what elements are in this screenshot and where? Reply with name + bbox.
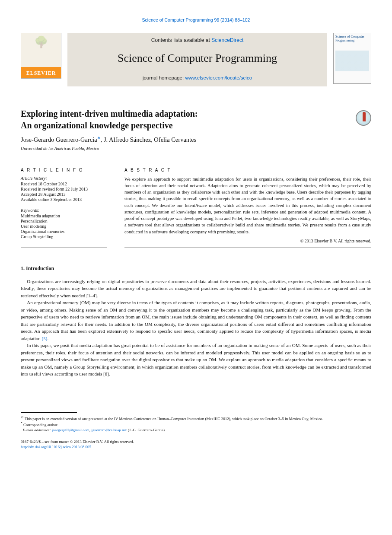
- contents-available-line: Contents lists available at ScienceDirec…: [67, 37, 327, 43]
- intro-para-1: Organizations are increasingly relying o…: [21, 278, 371, 299]
- elsevier-logo[interactable]: 🌳 ELSEVIER: [21, 33, 61, 79]
- cover-thumb-title: Science of Computer Programming: [335, 35, 369, 43]
- homepage-prefix: journal homepage:: [143, 75, 185, 80]
- article-info-heading: A R T I C L E I N F O: [21, 168, 107, 172]
- keyword-5: Group Storytelling: [21, 234, 107, 239]
- history-accepted: Accepted 28 August 2013: [21, 192, 107, 197]
- abstract-heading: A B S T R A C T: [124, 168, 371, 172]
- author-corresponding: Jose-Gerardo Guerrero-Garcia: [21, 136, 97, 143]
- keyword-3: User modeling: [21, 224, 107, 229]
- footnote-star-text: This paper is an extended version of one…: [25, 417, 323, 421]
- cover-thumb-art: [335, 51, 369, 71]
- sciencedirect-link[interactable]: ScienceDirect: [211, 37, 243, 43]
- author-others: , J. Alfredo Sánchez, Ofelia Cervantes: [101, 136, 196, 143]
- ref-5-link[interactable]: [5]: [42, 336, 48, 341]
- journal-cover-thumb[interactable]: Science of Computer Programming: [333, 33, 371, 84]
- keyword-4: Organizational memories: [21, 229, 107, 234]
- history-revised: Received in revised form 22 July 2013: [21, 187, 107, 191]
- footnote-rule: [21, 412, 77, 413]
- email-2-link[interactable]: jguerrero@cs.buap.mx: [91, 428, 127, 432]
- journal-name: Science of Computer Programming: [67, 52, 327, 65]
- history-online: Available online 3 September 2013: [21, 197, 107, 202]
- section-1-number: 1.: [21, 265, 25, 271]
- footnote-corresponding: * Corresponding author. E-mail addresses…: [21, 421, 371, 433]
- email-label: E-mail addresses:: [23, 428, 51, 432]
- intro-para-3: In this paper, we posit that media adapt…: [21, 342, 371, 378]
- intro-para-2: An organizational memory (OM) may be ver…: [21, 299, 371, 342]
- crossmark-icon[interactable]: [356, 110, 371, 126]
- article-history-label: Article history:: [21, 176, 107, 181]
- article-info-column: A R T I C L E I N F O Article history: R…: [21, 164, 107, 248]
- footnote-corr-marker-icon: *: [21, 421, 22, 425]
- email-1-link[interactable]: josegega03@gmail.com: [52, 428, 89, 432]
- footnote-star-marker-icon: ✩: [21, 415, 24, 419]
- article-title: Exploring intent-driven multimedia adapt…: [21, 108, 198, 131]
- elsevier-wordmark: ELSEVIER: [21, 70, 61, 76]
- footnote-corr-label: Corresponding author.: [23, 423, 58, 427]
- footer-front-matter-pre: 0167-6423/$ – see front matter: [21, 439, 70, 444]
- abstract-text: We explore an approach to support multim…: [124, 176, 371, 235]
- elsevier-tree-icon: 🌳: [21, 37, 61, 48]
- intro-para-3-text: In this paper, we posit that media adapt…: [21, 343, 371, 376]
- section-1-title: Introduction: [26, 265, 54, 271]
- email-suffix: (J.-G. Guerrero-Garcia).: [127, 428, 166, 432]
- affiliation: Universidad de las Américas Puebla, Mexi…: [21, 146, 371, 151]
- keyword-1: Multimedia adaptation: [21, 213, 107, 218]
- keywords-label: Keywords:: [21, 208, 107, 213]
- history-received: Received 18 October 2012: [21, 182, 107, 186]
- abstract-copyright: © 2013 Elsevier B.V. All rights reserved…: [124, 239, 371, 243]
- doi-link[interactable]: http://dx.doi.org/10.1016/j.scico.2013.0…: [21, 445, 91, 449]
- homepage-line: journal homepage: www.elsevier.com/locat…: [67, 75, 327, 80]
- contents-prefix: Contents lists available at: [151, 37, 211, 43]
- homepage-url-link[interactable]: www.elsevier.com/locate/scico: [185, 75, 252, 80]
- corresponding-asterisk-icon[interactable]: ∗: [97, 136, 101, 140]
- header-center-panel: Contents lists available at ScienceDirec…: [67, 33, 327, 86]
- footnote-star: ✩ This paper is an extended version of o…: [21, 415, 371, 421]
- section-1-heading: 1. Introduction: [21, 265, 371, 272]
- intro-para-1-text: Organizations are increasingly relying o…: [21, 279, 371, 298]
- footer-front-matter-post: © 2013 Elsevier B.V. All rights reserved…: [70, 439, 134, 444]
- citation-link[interactable]: Science of Computer Programming 96 (2014…: [142, 17, 250, 22]
- top-citation: Science of Computer Programming 96 (2014…: [21, 17, 371, 22]
- keyword-2: Personalization: [21, 219, 107, 223]
- footer: 0167-6423/$ – see front matter © 2013 El…: [21, 439, 371, 449]
- abstract-column: A B S T R A C T We explore an approach t…: [124, 164, 371, 248]
- journal-header: 🌳 ELSEVIER Contents lists available at S…: [21, 33, 371, 86]
- author-list: Jose-Gerardo Guerrero-Garcia∗, J. Alfred…: [21, 136, 371, 143]
